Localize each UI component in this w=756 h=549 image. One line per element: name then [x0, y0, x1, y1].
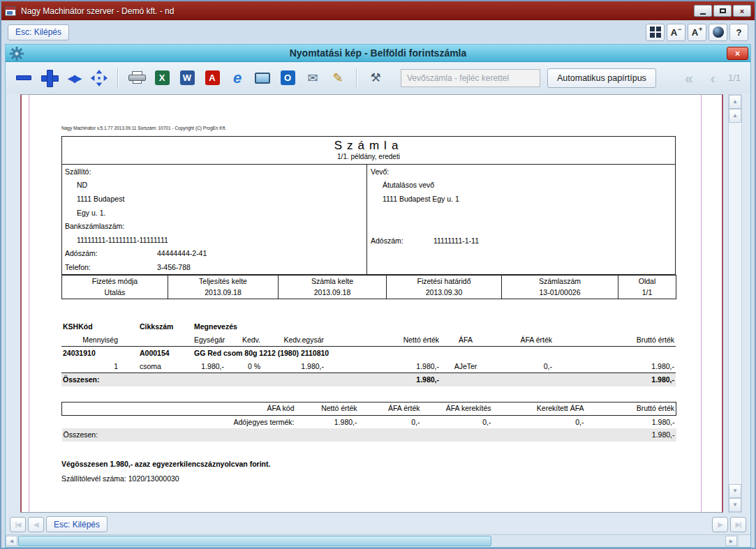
main-titlebar[interactable]: Nagy Machinátor szerver - Demó kft. - nd…: [1, 1, 755, 20]
vertical-scroll-track[interactable]: [729, 123, 741, 484]
page-navigation: « ‹ 1/1: [678, 68, 743, 89]
buyer-name: Átutalásos vevő: [371, 181, 675, 195]
preview-titlebar[interactable]: Nyomtatási kép - Belföldi forintszámla ×: [6, 45, 750, 62]
excel-icon: X: [155, 70, 170, 85]
total-gross: 1.980,-: [554, 373, 676, 386]
col-header: Bruttó érték: [586, 402, 676, 415]
supplier-label: Szállító:: [65, 167, 366, 181]
cell: AJeTer: [440, 360, 491, 373]
vat-total-row: Összesen: 1.980,-: [62, 428, 676, 442]
col-header: ÁFA: [440, 333, 491, 347]
gear-icon[interactable]: [9, 46, 24, 64]
cell: 1.980,-: [296, 415, 359, 428]
send-email-button[interactable]: ✉: [302, 66, 324, 90]
previous-page-button[interactable]: ‹: [702, 68, 724, 89]
scroll-left-button[interactable]: ◀: [6, 536, 17, 546]
buyer-block: Vevő: Átutalásos vevő 1111 Budapest Egy …: [367, 165, 675, 274]
buyer-tax-number: 11111111-1-11: [433, 236, 479, 245]
supplier-phone-row: Telefon:3-456-788: [65, 263, 366, 277]
font-smaller-button[interactable]: A−: [667, 24, 685, 41]
first-record-button[interactable]: |◀: [10, 517, 26, 532]
scroll-right-button[interactable]: ▶: [725, 536, 737, 546]
invoice-page[interactable]: Nagy Machinátor v.5.1.77 2013.09.11 Sors…: [20, 94, 723, 513]
settings-tools-button[interactable]: ⚒: [364, 66, 387, 90]
col-header: Kerekített ÁFA: [493, 402, 586, 415]
cell: 1/1: [618, 287, 676, 299]
cell: [119, 333, 138, 347]
scroll-down-button[interactable]: ▼: [729, 498, 741, 512]
previous-record-button[interactable]: ◀: [28, 517, 44, 532]
fit-width-button[interactable]: ◀▶: [63, 66, 85, 90]
exit-button-top[interactable]: Esc: Kilépés: [8, 24, 69, 40]
fit-page-icon: [91, 70, 108, 87]
supplier-bank-number: 11111111-11111111-11111111: [65, 236, 366, 250]
cell: csoma: [138, 360, 193, 373]
export-word-button[interactable]: W: [176, 66, 198, 90]
preview-toolbar: ◀▶ X W A e O: [6, 62, 750, 93]
edit-template-button[interactable]: ✎: [327, 66, 349, 90]
minimize-button[interactable]: [694, 5, 712, 17]
col-header: ÁFA kerekítés: [422, 402, 493, 415]
table-row: 24031910 A000154 GG Red csom 80g 1212 (1…: [61, 347, 676, 360]
print-button[interactable]: [126, 66, 148, 90]
export-pdf-button[interactable]: A: [201, 66, 223, 90]
app-icon: [5, 6, 16, 16]
cell: 0,-: [493, 415, 586, 428]
export-excel-button[interactable]: X: [151, 66, 173, 90]
tiles-icon: [650, 27, 661, 38]
invoice-title: Számla: [62, 138, 675, 153]
window-title: Nagy Machinátor szerver - Demó kft. - nd: [21, 6, 694, 16]
vertical-scrollbar[interactable]: ▲ ▲ ▼ ▼: [728, 94, 742, 513]
first-page-button[interactable]: «: [678, 68, 700, 89]
margin-guide-left: [29, 95, 29, 512]
buyer-label: Vevő:: [371, 167, 675, 181]
theme-globe-button[interactable]: [709, 24, 727, 41]
buyer-address: 1111 Budapest Egy u. 1: [371, 195, 675, 209]
export-image-button[interactable]: [251, 66, 274, 90]
invoice-vat-table: ÁFA kód Nettó érték ÁFA érték ÁFA kerekí…: [61, 402, 676, 442]
col-header: Nettó érték: [296, 402, 359, 415]
table-row: ÁFA kód Nettó érték ÁFA érték ÁFA kerekí…: [62, 402, 676, 415]
close-button[interactable]: ×: [733, 5, 751, 17]
cell: 0,-: [491, 360, 554, 373]
cell: [440, 373, 491, 386]
table-row: KSHKód Cikkszám Megnevezés: [61, 320, 676, 333]
bottom-navigation-bar: |◀ ◀ Esc: Kilépés ▶ ▶|: [6, 514, 750, 534]
col-header: Kedv.: [225, 333, 262, 347]
maximize-button[interactable]: [713, 5, 732, 17]
horizontal-scroll-thumb[interactable]: [18, 536, 491, 546]
paper-type-button[interactable]: Automatikus papírtípus: [547, 68, 656, 88]
items-total-row: Összesen: 1.980,- 1.980,-: [61, 373, 676, 386]
table-row: Utalás 2013.09.18 2013.09.18 2013.09.30 …: [62, 287, 676, 299]
open-browser-button[interactable]: e: [226, 66, 249, 90]
next-record-button[interactable]: ▶: [712, 517, 728, 532]
preview-close-button[interactable]: ×: [727, 47, 748, 60]
layout-tiles-button[interactable]: [646, 24, 665, 41]
horizontal-scrollbar[interactable]: ◀ ▶: [6, 534, 750, 547]
help-button[interactable]: ?: [729, 24, 748, 41]
zoom-in-button[interactable]: [38, 66, 60, 90]
zoom-out-icon: [16, 75, 31, 80]
exit-button-bottom[interactable]: Esc: Kilépés: [46, 516, 108, 532]
template-select[interactable]: Vevőszámla - fejléc kerettel: [401, 69, 540, 87]
toolbar-separator: [117, 68, 119, 88]
table-row: Fizetés módja Teljesítés kelte Számla ke…: [62, 275, 676, 287]
pencil-icon: ✎: [332, 70, 343, 86]
scroll-page-up-button[interactable]: ▲: [729, 109, 741, 123]
close-icon: ×: [740, 7, 744, 15]
supplier-street: Egy u. 1.: [65, 209, 366, 223]
pdf-icon: A: [205, 70, 220, 85]
template-select-value: Vevőszámla - fejléc kerettel: [407, 73, 509, 83]
zoom-out-button[interactable]: [13, 66, 35, 90]
fit-page-button[interactable]: [88, 66, 110, 90]
invoice-parties: Szállító: ND 1111 Budapest Egy u. 1. Ban…: [61, 165, 676, 275]
col-header: Kedv.egysár: [262, 333, 325, 347]
scroll-up-button[interactable]: ▲: [729, 95, 741, 109]
scroll-page-down-button[interactable]: ▼: [729, 484, 741, 498]
page-indicator: 1/1: [728, 73, 741, 83]
font-larger-button[interactable]: A+: [688, 24, 706, 41]
last-record-button[interactable]: ▶|: [730, 517, 746, 532]
send-outlook-button[interactable]: O: [276, 66, 299, 90]
fit-width-icon: ◀▶: [68, 73, 80, 84]
cell: Adójegyes termék:: [62, 415, 296, 428]
